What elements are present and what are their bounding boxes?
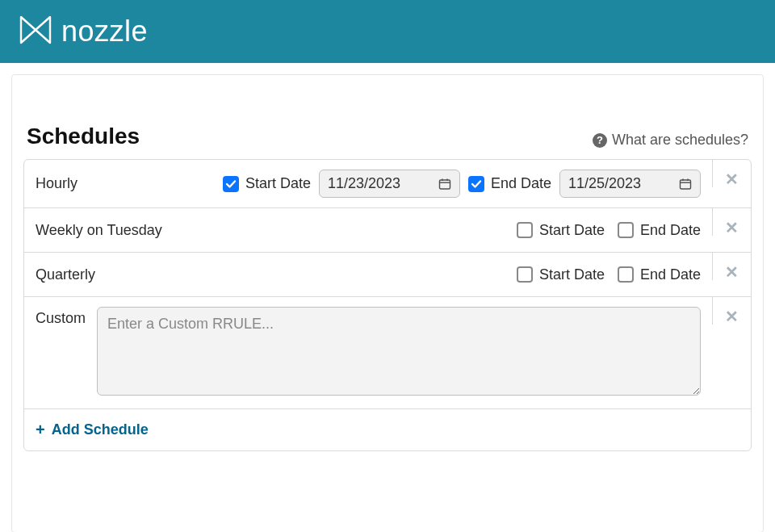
add-schedule-button[interactable]: + Add Schedule [36,421,149,439]
remove-schedule-button[interactable]: ✕ [725,171,739,187]
brand-name: nozzle [61,15,148,48]
end-date-label: End Date [640,266,701,283]
end-date-label: End Date [491,175,551,192]
main-card: Schedules ? What are schedules? Hourly S [11,74,764,532]
brand: nozzle [18,14,148,49]
help-link[interactable]: ? What are schedules? [593,132,748,149]
svg-rect-4 [681,180,691,189]
add-schedule-row: + Add Schedule [24,408,751,450]
checkbox-icon [223,176,239,192]
plus-icon: + [36,421,45,439]
checkbox-icon [517,222,533,238]
checkbox-icon [468,176,484,192]
end-date-checkbox[interactable]: End Date [618,222,701,239]
schedule-row: Quarterly Start Date End Dat [24,252,751,296]
start-date-checkbox[interactable]: Start Date [517,266,605,283]
calendar-icon [438,178,451,191]
schedule-name: Custom [36,307,86,327]
remove-schedule-button[interactable]: ✕ [725,264,739,280]
start-date-label: Start Date [539,222,605,239]
close-icon: ✕ [725,219,739,237]
svg-rect-0 [439,180,450,189]
schedule-name: Weekly on Tuesday [36,222,162,239]
checkbox-icon [618,266,634,283]
start-date-checkbox[interactable]: Start Date [517,222,605,239]
nozzle-logo-icon [18,14,53,49]
end-date-checkbox[interactable]: End Date [468,175,551,192]
end-date-checkbox[interactable]: End Date [618,266,701,283]
custom-rrule-input[interactable] [97,307,701,396]
end-date-input[interactable]: 11/25/2023 [559,170,701,198]
page-title: Schedules [27,124,140,149]
checkbox-icon [517,266,533,283]
start-date-label: Start Date [245,175,311,192]
start-date-label: Start Date [539,266,605,283]
schedule-row: Hourly Start Date 11/23/2023 [24,160,751,207]
schedules-table: Hourly Start Date 11/23/2023 [23,159,752,451]
app-header: nozzle [0,0,775,63]
checkbox-icon [618,222,634,238]
end-date-label: End Date [640,222,701,239]
start-date-checkbox[interactable]: Start Date [223,175,311,192]
schedule-name: Hourly [36,175,78,192]
help-icon: ? [593,133,607,148]
start-date-value: 11/23/2023 [328,175,400,192]
schedule-name: Quarterly [36,266,95,283]
help-label: What are schedules? [612,132,748,149]
close-icon: ✕ [725,170,739,188]
close-icon: ✕ [725,308,739,325]
start-date-input[interactable]: 11/23/2023 [319,170,460,198]
close-icon: ✕ [725,263,739,281]
remove-schedule-button[interactable]: ✕ [725,308,739,325]
schedule-row: Custom ✕ [24,296,751,408]
end-date-value: 11/25/2023 [568,175,641,192]
add-schedule-label: Add Schedule [52,421,149,438]
calendar-icon [679,178,692,191]
header-row: Schedules ? What are schedules? [23,124,752,159]
schedule-row: Weekly on Tuesday Start Date [24,207,751,252]
remove-schedule-button[interactable]: ✕ [725,220,739,236]
